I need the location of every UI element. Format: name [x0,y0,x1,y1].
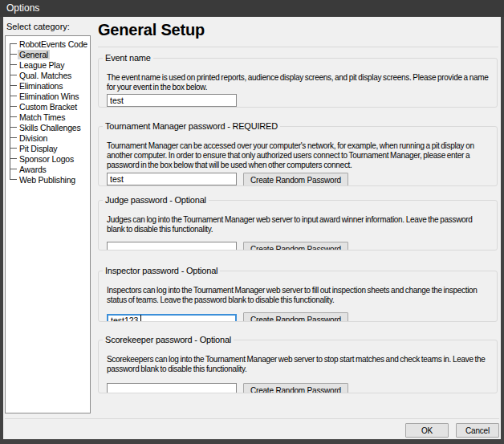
titlebar: Options [0,0,504,17]
group-judge-password: Judge password - Optional Judges can log… [98,195,498,251]
tree-branch-icon [10,179,17,180]
group-event-name: Event name The event name is used on pri… [98,53,498,108]
footer-separator [5,418,499,419]
sidebar-item-label: Custom Bracket [19,102,77,112]
text-cursor [140,315,141,322]
tree-branch-icon [10,148,17,149]
inspector-password-input[interactable] [107,314,237,322]
group-judge-password-description: Judges can log into the Tournament Manag… [107,215,489,234]
category-list: RobotEvents Code General League Play Qua… [6,39,90,185]
sidebar-item-custom-bracket[interactable]: Custom Bracket [6,101,90,112]
sidebar-item-match-times[interactable]: Match Times [6,112,90,122]
group-judge-password-title: Judge password - Optional [103,195,209,205]
heading-separator [98,47,498,47]
sidebar-item-general[interactable]: General [6,49,90,59]
group-scorekeeper-password: Scorekeeper password - Optional Scorekee… [98,335,498,393]
sidebar-item-label: General [18,50,50,59]
sidebar-item-elimination-wins[interactable]: Elimination Wins [6,91,90,101]
sidebar-item-label: Pit Display [19,144,57,153]
event-name-input[interactable] [107,94,237,107]
group-event-name-description: The event name is used on printed report… [107,73,489,92]
group-tm-password-title: Tournament Manager password - REQUIRED [103,121,280,131]
group-inspector-password: Inspector password - Optional Inspectors… [98,266,498,322]
tree-branch-icon [10,96,17,96]
group-tm-password: Tournament Manager password - REQUIRED T… [98,121,498,186]
dialog-content: Select category: RobotEvents Code Genera… [3,17,501,439]
scorekeeper-password-input[interactable] [107,383,237,393]
sidebar-item-label: Qual. Matches [19,71,71,80]
sidebar-item-eliminations[interactable]: Eliminations [6,80,90,91]
tree-branch-icon [10,43,17,44]
sidebar-item-league-play[interactable]: League Play [6,59,90,70]
group-inspector-password-title: Inspector password - Optional [103,266,220,275]
sidebar-item-label: Web Publishing [19,175,75,185]
sidebar-item-qual-matches[interactable]: Qual. Matches [6,70,90,80]
tm-password-input[interactable] [107,173,237,185]
sidebar-item-label: RobotEvents Code [19,39,87,49]
group-event-name-title: Event name [103,53,153,63]
group-tm-password-description: Tournament Manager can be accessed over … [107,141,489,170]
cancel-button[interactable]: Cancel [456,423,499,438]
tree-branch-icon [10,75,17,75]
tree-branch-icon [10,127,17,128]
tree-branch-icon [10,64,17,65]
create-random-password-button-tm[interactable]: Create Random Password [243,173,348,186]
create-random-password-button-inspector[interactable]: Create Random Password [243,312,348,322]
tree-branch-icon [10,158,17,159]
tree-branch-icon [10,116,17,117]
tree-branch-icon [10,85,17,86]
sidebar-item-label: Sponsor Logos [19,154,74,164]
tree-branch-icon [10,137,17,138]
tree-branch-icon [10,106,17,107]
judge-password-input[interactable] [107,242,237,251]
sidebar-item-awards[interactable]: Awards [6,164,90,174]
sidebar-item-label: Elimination Wins [19,92,79,101]
tree-branch-icon [10,169,17,169]
sidebar-item-label: League Play [19,60,64,70]
sidebar-item-skills-challenges[interactable]: Skills Challenges [6,122,90,132]
page-title: General Setup [98,21,205,39]
options-window: Options Select category: RobotEvents Cod… [0,0,504,444]
sidebar-item-label: Skills Challenges [19,123,81,132]
sidebar-item-label: Match Times [19,112,65,122]
sidebar-item-web-publishing[interactable]: Web Publishing [6,174,90,185]
group-scorekeeper-password-description: Scorekeepers can log into the Tournament… [107,355,489,374]
sidebar-item-label: Awards [19,165,47,174]
sidebar-item-pit-display[interactable]: Pit Display [6,143,90,153]
window-title: Options [6,2,39,14]
sidebar-item-label: Eliminations [19,81,63,91]
sidebar-item-robotevents-code[interactable]: RobotEvents Code [6,39,90,49]
group-inspector-password-description: Inspectors can log into the Tournament M… [107,286,489,305]
select-category-label: Select category: [6,22,70,31]
category-listbox: RobotEvents Code General League Play Qua… [5,35,91,413]
ok-button[interactable]: OK [405,423,449,438]
create-random-password-button-scorekeeper[interactable]: Create Random Password [243,383,348,393]
sidebar-item-division[interactable]: Division [6,132,90,143]
group-scorekeeper-password-title: Scorekeeper password - Optional [103,335,234,344]
sidebar-item-sponsor-logos[interactable]: Sponsor Logos [6,153,90,164]
create-random-password-button-judge[interactable]: Create Random Password [243,242,348,251]
tree-branch-icon [10,54,17,55]
sidebar-item-label: Division [19,133,47,143]
